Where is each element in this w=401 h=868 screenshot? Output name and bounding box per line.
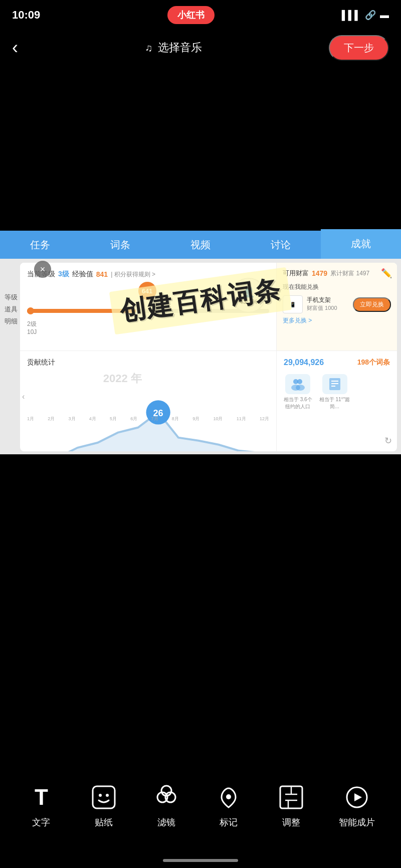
tool-text-label: 文字 <box>32 816 50 828</box>
tool-filter-label: 滤镜 <box>157 816 175 828</box>
equivalent2-label: 相当于 11°′′篇简... <box>319 396 350 410</box>
svg-point-12 <box>99 794 102 797</box>
reload-icon[interactable]: ↻ <box>384 435 392 446</box>
tool-sticker[interactable]: 贴纸 <box>89 782 119 828</box>
left-sidebar: 等级 道具 明细 <box>4 263 18 326</box>
home-indicator <box>163 859 238 862</box>
mark-icon <box>214 782 244 812</box>
back-button[interactable]: ‹ <box>12 37 18 58</box>
tool-smart-label: 智能成片 <box>339 816 375 828</box>
sticker-icon <box>89 782 119 812</box>
tool-smart[interactable]: 智能成片 <box>339 782 375 828</box>
app-logo: 小红书 <box>167 6 215 24</box>
tool-sticker-label: 贴纸 <box>95 816 113 828</box>
svg-point-13 <box>106 794 109 797</box>
video-area-top <box>0 65 401 231</box>
link-icon: 🔗 <box>365 10 376 21</box>
chart-months: 1月2月3月4月5月6月7月8月9月10月11月12月 <box>27 416 269 422</box>
equivalent1-label: 相当于 3.6个纽约的人口 <box>284 396 312 410</box>
stat-document: 相当于 11°′′篇简... <box>319 374 350 410</box>
signal-icon: ▌▌▌ <box>342 10 361 21</box>
svg-point-17 <box>226 794 231 799</box>
exp-label: 经验值 <box>72 270 93 279</box>
mini-chart: ‹ 26 1月2月3月4月5月6月7月8月9月10月11月12月 <box>27 372 269 422</box>
chart-prev-icon[interactable]: ‹ <box>22 392 25 401</box>
tab-videos[interactable]: 视频 <box>160 230 241 260</box>
svg-rect-11 <box>93 786 115 808</box>
status-time: 10:09 <box>12 9 40 22</box>
battery-icon: ▬ <box>380 10 389 21</box>
next-button[interactable]: 下一步 <box>329 35 389 61</box>
sidebar-label-bright: 明细 <box>4 317 18 326</box>
tool-mark[interactable]: 标记 <box>214 782 244 828</box>
svg-point-4 <box>297 379 302 384</box>
cumulative-total: 198个词条 <box>357 358 390 367</box>
level-badge: 3级 <box>58 270 69 279</box>
people-icon <box>285 374 310 394</box>
tool-filter[interactable]: 滤镜 <box>151 782 181 828</box>
text-icon: T <box>26 782 56 812</box>
card-bottom: 贡献统计 2022 年 ‹ 26 1月2月3月4月5月6月7月8月9月10月 <box>20 351 397 451</box>
stat-people: 相当于 3.6个纽约的人口 <box>284 374 312 410</box>
stats-chart-section: 贡献统计 2022 年 ‹ 26 1月2月3月4月5月6月7月8月9月10月 <box>20 351 277 451</box>
close-icon: × <box>40 264 46 275</box>
tool-adjust-label: 调整 <box>282 816 300 828</box>
black-area-middle <box>0 454 401 715</box>
svg-marker-24 <box>354 793 362 801</box>
page-title: 选择音乐 <box>158 40 202 55</box>
svg-point-6 <box>296 385 305 391</box>
sidebar-label-tools: 道具 <box>4 305 18 314</box>
top-nav: ‹ ♫ 选择音乐 下一步 <box>0 30 401 65</box>
cumulative-count: 29,094,926 <box>284 358 324 367</box>
music-icon: ♫ <box>145 42 153 54</box>
adjust-icon <box>276 782 306 812</box>
close-button[interactable]: × <box>34 261 51 278</box>
more-exchange-link[interactable]: 更多兑换 > <box>283 316 391 325</box>
sidebar-label-level: 等级 <box>4 293 18 302</box>
tool-text[interactable]: T 文字 <box>26 782 56 828</box>
cumulative-top: 29,094,926 198个词条 <box>284 358 390 367</box>
tab-tasks[interactable]: 任务 <box>0 230 80 260</box>
tool-mark-label: 标记 <box>220 816 238 828</box>
stats-icons-row: 相当于 3.6个纽约的人口 相当于 11°′′篇简... <box>284 374 390 410</box>
status-icons: ▌▌▌ 🔗 ▬ <box>342 10 389 21</box>
smart-icon <box>342 782 372 812</box>
exp-value: 841 <box>96 270 108 278</box>
cumulative-right: 198个词条 <box>357 358 390 367</box>
contribution-title: 贡献统计 <box>27 358 269 367</box>
filter-icon <box>151 782 181 812</box>
status-bar: 10:09 小红书 ▌▌▌ 🔗 ▬ <box>0 0 401 30</box>
tool-adjust[interactable]: 调整 <box>276 782 306 828</box>
stats-right-section: 29,094,926 198个词条 <box>277 351 397 451</box>
tab-entries[interactable]: 词条 <box>80 230 160 260</box>
edit-icon[interactable]: ✏️ <box>381 268 392 279</box>
cumulative-count-section: 29,094,926 <box>284 358 324 367</box>
nav-title: ♫ 选择音乐 <box>145 40 202 55</box>
document-icon <box>322 374 347 394</box>
bottom-toolbar: T 文字 贴纸 滤镜 标记 <box>0 773 401 838</box>
